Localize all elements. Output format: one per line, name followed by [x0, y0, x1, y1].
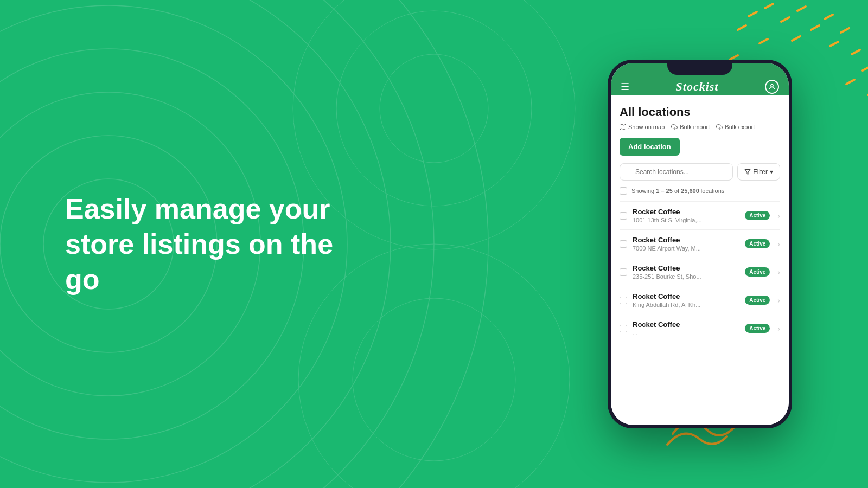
add-location-button[interactable]: Add location	[620, 138, 680, 156]
list-item[interactable]: Rocket Coffee 1001 13th St S, Virginia,.…	[620, 201, 780, 229]
svg-line-23	[830, 42, 838, 46]
svg-line-14	[765, 4, 773, 8]
showing-total: 25,600	[681, 188, 699, 194]
filter-label: Filter	[753, 168, 768, 176]
app-content: All locations Show on map	[611, 95, 789, 425]
svg-line-24	[852, 50, 860, 54]
chevron-right-icon: ›	[777, 240, 780, 248]
svg-point-9	[336, 11, 532, 206]
hero-text: Easily manage your store listings on the…	[65, 191, 336, 297]
showing-row: Showing 1 – 25 of 25,600 locations	[620, 187, 780, 195]
svg-line-15	[738, 25, 746, 30]
list-item[interactable]: Rocket Coffee 7000 NE Airport Way, M... …	[620, 229, 780, 258]
svg-line-19	[825, 15, 833, 19]
location-info: Rocket Coffee King Abdullah Rd, Al Kh...	[633, 292, 739, 308]
action-links-row: Show on map Bulk import	[620, 124, 780, 130]
svg-marker-36	[745, 170, 750, 175]
chevron-right-icon: ›	[777, 268, 780, 277]
phone-mockup: ☰ Stockist All locations	[608, 60, 792, 428]
page-title: All locations	[620, 105, 780, 119]
location-info: Rocket Coffee 7000 NE Airport Way, M...	[633, 236, 739, 252]
location-info: Rocket Coffee 1001 13th St S, Virginia,.…	[633, 208, 739, 223]
item-checkbox[interactable]	[620, 297, 627, 304]
bulk-export-label: Bulk export	[725, 124, 755, 130]
list-item[interactable]: Rocket Coffee King Abdullah Rd, Al Kh...…	[620, 286, 780, 314]
item-checkbox[interactable]	[620, 325, 627, 332]
status-badge: Active	[745, 324, 770, 333]
search-filter-row: 🔍 Filter ▾	[620, 163, 780, 181]
svg-point-11	[353, 298, 515, 461]
location-name: Rocket Coffee	[633, 236, 739, 244]
svg-line-17	[797, 7, 806, 11]
hamburger-icon[interactable]: ☰	[621, 82, 629, 92]
item-checkbox[interactable]	[620, 268, 627, 276]
location-address: 235-251 Bourke St, Sho...	[633, 273, 739, 280]
item-checkbox[interactable]	[620, 212, 627, 220]
location-address: ...	[633, 330, 739, 336]
location-name: Rocket Coffee	[633, 264, 739, 272]
search-input[interactable]	[620, 163, 733, 181]
chevron-right-icon: ›	[777, 324, 780, 333]
bulk-export-link[interactable]: Bulk export	[716, 124, 755, 130]
svg-point-12	[298, 244, 570, 488]
svg-line-16	[781, 17, 789, 22]
svg-line-25	[730, 55, 738, 60]
svg-line-18	[811, 25, 819, 30]
showing-range: 1 – 25	[656, 188, 673, 194]
show-on-map-link[interactable]: Show on map	[620, 124, 665, 130]
bulk-import-link[interactable]: Bulk import	[671, 124, 710, 130]
location-info: Rocket Coffee ...	[633, 320, 739, 336]
location-name: Rocket Coffee	[633, 292, 739, 300]
filter-button[interactable]: Filter ▾	[737, 163, 780, 181]
location-name: Rocket Coffee	[633, 208, 739, 216]
phone-notch	[667, 60, 732, 75]
user-icon[interactable]	[765, 80, 779, 94]
chevron-right-icon: ›	[777, 296, 780, 305]
show-on-map-label: Show on map	[628, 124, 665, 130]
svg-line-13	[749, 12, 757, 16]
phone-body: ☰ Stockist All locations	[608, 60, 792, 428]
location-name: Rocket Coffee	[633, 320, 739, 329]
svg-line-27	[863, 66, 868, 70]
location-info: Rocket Coffee 235-251 Bourke St, Sho...	[633, 264, 739, 280]
showing-text: Showing 1 – 25 of 25,600 locations	[631, 188, 724, 194]
location-address: 1001 13th St S, Virginia,...	[633, 217, 739, 223]
hero-section: Easily manage your store listings on the…	[65, 191, 336, 297]
svg-line-29	[846, 80, 854, 84]
list-item[interactable]: Rocket Coffee ... Active ›	[620, 314, 780, 342]
svg-line-22	[792, 36, 800, 41]
app-logo: Stockist	[676, 80, 719, 94]
status-badge: Active	[745, 211, 770, 220]
svg-line-20	[841, 28, 849, 33]
status-badge: Active	[745, 239, 770, 248]
svg-point-32	[771, 84, 774, 87]
status-badge: Active	[745, 296, 770, 305]
location-address: King Abdullah Rd, Al Kh...	[633, 301, 739, 308]
svg-line-21	[760, 39, 768, 43]
phone-screen: ☰ Stockist All locations	[611, 63, 789, 425]
search-wrapper: 🔍	[620, 163, 733, 181]
chevron-right-icon: ›	[777, 211, 780, 220]
filter-chevron-icon: ▾	[770, 168, 773, 176]
status-badge: Active	[745, 267, 770, 277]
svg-point-8	[380, 54, 488, 163]
bulk-import-label: Bulk import	[680, 124, 710, 130]
item-checkbox[interactable]	[620, 240, 627, 248]
location-address: 7000 NE Airport Way, M...	[633, 245, 739, 252]
list-item[interactable]: Rocket Coffee 235-251 Bourke St, Sho... …	[620, 258, 780, 286]
location-list: Rocket Coffee 1001 13th St S, Virginia,.…	[620, 201, 780, 342]
select-all-checkbox[interactable]	[620, 187, 627, 195]
svg-marker-33	[620, 124, 626, 130]
